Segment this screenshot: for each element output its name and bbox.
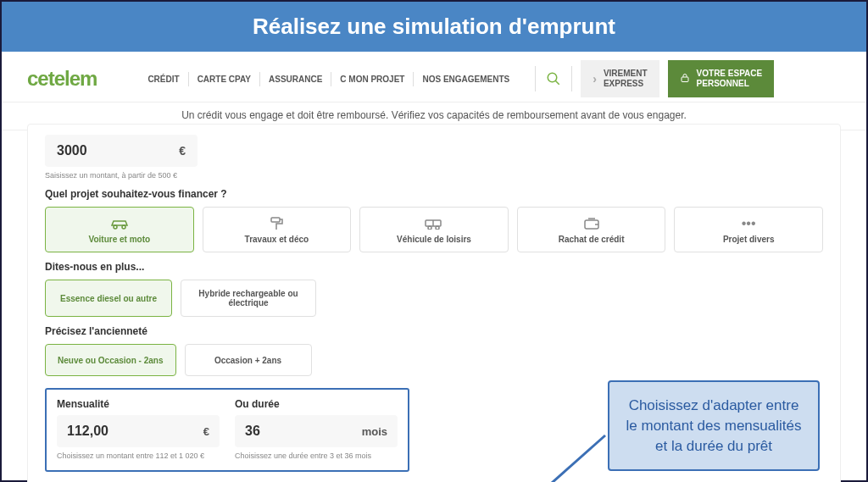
card-projet-divers[interactable]: ••• Projet divers — [674, 207, 823, 252]
duree-label: Ou durée — [235, 398, 398, 410]
wallet-icon — [583, 216, 600, 231]
svg-point-8 — [436, 226, 439, 230]
mensualite-unit: € — [203, 425, 209, 438]
header: cetelem CRÉDIT CARTE CPAY ASSURANCE C MO… — [2, 52, 866, 102]
page-title: Réalisez une simulation d'emprunt — [2, 2, 866, 52]
option-hybride-electrique[interactable]: Hybride rechargeable ou électrique — [181, 280, 316, 317]
svg-point-0 — [548, 73, 558, 82]
card-travaux-deco[interactable]: Travaux et déco — [203, 207, 352, 252]
mensualite-input[interactable]: 112,00 € — [57, 415, 220, 447]
amount-value: 3000 — [57, 143, 87, 158]
espace-personnel-button[interactable]: VOTRE ESPACE PERSONNEL — [668, 60, 775, 97]
card-label: Voiture et moto — [89, 235, 151, 244]
card-label: Véhicule de loisirs — [397, 235, 471, 244]
amount-unit: € — [179, 144, 186, 158]
paint-icon — [269, 216, 284, 231]
amount-hint: Saisissez un montant, à partir de 500 € — [45, 171, 823, 180]
project-label: Quel projet souhaitez-vous financer ? — [45, 188, 823, 200]
mensualite-value: 112,00 — [67, 424, 108, 439]
svg-rect-2 — [682, 77, 688, 82]
age-label: Précisez l'ancienneté — [45, 325, 823, 337]
option-essence-diesel[interactable]: Essence diesel ou autre — [45, 280, 172, 317]
age-options: Neuve ou Occasion - 2ans Occasion + 2ans — [45, 344, 823, 376]
svg-point-3 — [114, 225, 117, 229]
svg-point-4 — [122, 225, 125, 229]
card-voiture-moto[interactable]: Voiture et moto — [45, 207, 194, 252]
svg-line-1 — [556, 80, 560, 85]
duree-value: 36 — [245, 424, 260, 439]
card-label: Projet divers — [723, 235, 775, 244]
svg-point-7 — [428, 226, 431, 230]
mensualite-duree-box: Mensualité 112,00 € Choisissez un montan… — [45, 388, 409, 472]
more-label: Dites-nous en plus... — [45, 261, 823, 273]
amount-input[interactable]: 3000 € — [45, 135, 198, 167]
nav-assurance[interactable]: ASSURANCE — [260, 68, 331, 91]
nav-carte-cpay[interactable]: CARTE CPAY — [189, 68, 259, 91]
mensualite-label: Mensualité — [57, 398, 220, 410]
card-rachat-credit[interactable]: Rachat de crédit — [517, 207, 666, 252]
virement-express-button[interactable]: › VIREMENT EXPRESS — [581, 60, 659, 97]
lock-icon — [680, 72, 690, 86]
nav-credit[interactable]: CRÉDIT — [139, 68, 187, 91]
chevron-right-icon: › — [593, 72, 597, 86]
search-icon[interactable] — [535, 66, 572, 91]
option-occasion-plus-2ans[interactable]: Occasion + 2ans — [185, 344, 312, 376]
card-vehicule-loisirs[interactable]: Véhicule de loisirs — [359, 207, 509, 252]
espace-label: VOTRE ESPACE PERSONNEL — [697, 69, 763, 89]
virement-label: VIREMENT EXPRESS — [604, 69, 648, 89]
mensualite-hint: Choisissez un montant entre 112 et 1 020… — [57, 452, 220, 460]
project-cards: Voiture et moto Travaux et déco Véhicule… — [45, 207, 823, 252]
car-icon — [109, 216, 130, 231]
main-nav: CRÉDIT CARTE CPAY ASSURANCE C MON PROJET… — [139, 68, 518, 91]
duree-input[interactable]: 36 mois — [235, 415, 398, 447]
card-label: Rachat de crédit — [559, 235, 625, 244]
nav-c-mon-projet[interactable]: C MON PROJET — [331, 68, 413, 91]
option-neuve-occasion-2ans[interactable]: Neuve ou Occasion - 2ans — [45, 344, 176, 376]
nav-nos-engagements[interactable]: NOS ENGAGEMENTS — [414, 68, 518, 91]
card-label: Travaux et déco — [245, 235, 309, 244]
duree-hint: Choisissez une durée entre 3 et 36 mois — [235, 452, 398, 460]
svg-rect-5 — [271, 218, 280, 222]
duree-unit: mois — [362, 425, 387, 438]
camper-icon — [424, 216, 444, 231]
fuel-options: Essence diesel ou autre Hybride recharge… — [45, 280, 823, 317]
annotation-callout: Choisissez d'adapter entre le montant de… — [608, 380, 820, 471]
dots-icon: ••• — [742, 216, 756, 231]
logo[interactable]: cetelem — [27, 67, 97, 91]
